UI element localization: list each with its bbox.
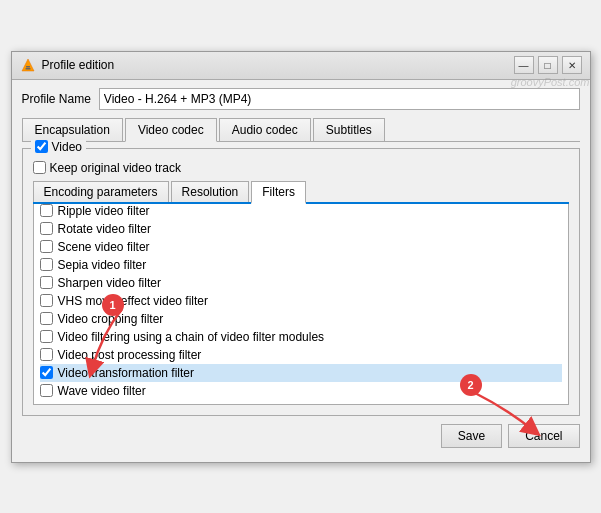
filter-label: Video cropping filter bbox=[58, 312, 164, 326]
filter-checkbox[interactable] bbox=[40, 348, 53, 361]
filter-label: Ripple video filter bbox=[58, 204, 150, 218]
cancel-button[interactable]: Cancel bbox=[508, 424, 579, 448]
filter-item[interactable]: Video filtering using a chain of video f… bbox=[40, 328, 562, 346]
save-button[interactable]: Save bbox=[441, 424, 502, 448]
filter-checkbox[interactable] bbox=[40, 258, 53, 271]
filter-label: Sepia video filter bbox=[58, 258, 147, 272]
tab-subtitles[interactable]: Subtitles bbox=[313, 118, 385, 141]
filter-label: VHS movie effect video filter bbox=[58, 294, 209, 308]
svg-rect-2 bbox=[25, 68, 30, 70]
filter-item[interactable]: Ripple video filter bbox=[40, 204, 562, 220]
filter-item[interactable]: Sharpen video filter bbox=[40, 274, 562, 292]
video-label: Video bbox=[52, 140, 82, 154]
filter-item[interactable]: Sepia video filter bbox=[40, 256, 562, 274]
filter-checkbox[interactable] bbox=[40, 330, 53, 343]
video-checkbox[interactable] bbox=[35, 140, 48, 153]
profile-name-input[interactable] bbox=[99, 88, 580, 110]
minimize-button[interactable]: — bbox=[514, 56, 534, 74]
tab-resolution[interactable]: Resolution bbox=[171, 181, 250, 202]
bottom-row: 1 2 bbox=[22, 424, 580, 454]
filter-checkbox[interactable] bbox=[40, 384, 53, 397]
filter-checkbox[interactable] bbox=[40, 240, 53, 253]
filters-panel: Psychedelic video filterPuzzle interacti… bbox=[33, 204, 569, 405]
main-tabs: Encapsulation Video codec Audio codec Su… bbox=[22, 118, 580, 142]
vlc-icon bbox=[20, 57, 36, 73]
filter-label: Sharpen video filter bbox=[58, 276, 161, 290]
maximize-button[interactable]: □ bbox=[538, 56, 558, 74]
close-button[interactable]: ✕ bbox=[562, 56, 582, 74]
filter-checkbox[interactable] bbox=[40, 204, 53, 217]
filter-checkbox[interactable] bbox=[40, 222, 53, 235]
tab-encapsulation[interactable]: Encapsulation bbox=[22, 118, 123, 141]
filter-checkbox[interactable] bbox=[40, 294, 53, 307]
filter-item[interactable]: Video transformation filter bbox=[40, 364, 562, 382]
window-title: Profile edition bbox=[42, 58, 115, 72]
tab-audio-codec[interactable]: Audio codec bbox=[219, 118, 311, 141]
filter-item[interactable]: Scene video filter bbox=[40, 238, 562, 256]
filter-label: Video filtering using a chain of video f… bbox=[58, 330, 325, 344]
tab-video-codec[interactable]: Video codec bbox=[125, 118, 217, 142]
window-controls: — □ ✕ bbox=[514, 56, 582, 74]
video-legend: Video bbox=[31, 140, 86, 154]
filter-checkbox[interactable] bbox=[40, 366, 53, 379]
filter-list[interactable]: Psychedelic video filterPuzzle interacti… bbox=[34, 204, 568, 404]
filter-checkbox[interactable] bbox=[40, 276, 53, 289]
filter-item[interactable]: Rotate video filter bbox=[40, 220, 562, 238]
title-bar: Profile edition — □ ✕ bbox=[12, 52, 590, 80]
filter-label: Wave video filter bbox=[58, 384, 146, 398]
keep-original-checkbox[interactable] bbox=[33, 161, 46, 174]
inner-tabs: Encoding parameters Resolution Filters bbox=[33, 181, 569, 204]
tab-filters[interactable]: Filters bbox=[251, 181, 306, 204]
profile-name-label: Profile Name bbox=[22, 92, 91, 106]
filter-item[interactable]: Video post processing filter bbox=[40, 346, 562, 364]
filter-label: Video post processing filter bbox=[58, 348, 202, 362]
filter-item[interactable]: VHS movie effect video filter bbox=[40, 292, 562, 310]
keep-original-label[interactable]: Keep original video track bbox=[33, 161, 569, 175]
filter-label: Video transformation filter bbox=[58, 366, 195, 380]
filter-label: Rotate video filter bbox=[58, 222, 151, 236]
svg-rect-1 bbox=[26, 66, 30, 68]
filter-item[interactable]: Wave video filter bbox=[40, 382, 562, 400]
filter-label: Scene video filter bbox=[58, 240, 150, 254]
video-group: Video Keep original video track Encoding… bbox=[22, 148, 580, 416]
keep-original-row: Keep original video track bbox=[33, 161, 569, 175]
profile-name-row: Profile Name bbox=[22, 88, 580, 110]
tab-encoding-parameters[interactable]: Encoding parameters bbox=[33, 181, 169, 202]
filter-item[interactable]: Video cropping filter bbox=[40, 310, 562, 328]
filter-checkbox[interactable] bbox=[40, 312, 53, 325]
